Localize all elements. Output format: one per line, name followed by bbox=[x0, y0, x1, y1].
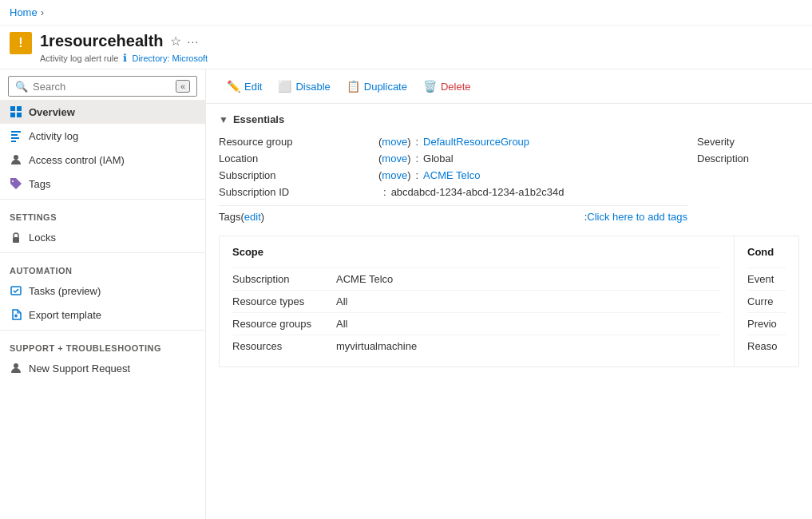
tags-icon bbox=[10, 177, 22, 190]
essentials-row-location: Location ( move ) : Global bbox=[219, 150, 687, 167]
sidebar-item-locks[interactable]: Locks bbox=[0, 225, 205, 249]
toolbar: ✏️ Edit ⬜ Disable 📋 Duplicate 🗑️ Delete bbox=[206, 69, 812, 104]
subscription-id-value: abcdabcd-1234-abcd-1234-a1b2c34d bbox=[391, 186, 564, 198]
essentials-content: Resource group ( move ) : DefaultResourc… bbox=[219, 133, 799, 226]
duplicate-icon: 📋 bbox=[347, 80, 360, 93]
duplicate-button[interactable]: 📋 Duplicate bbox=[339, 76, 415, 97]
sidebar-item-support-label: New Support Request bbox=[29, 363, 130, 374]
essentials-title: Essentials bbox=[233, 113, 284, 125]
collapse-button[interactable]: « bbox=[176, 80, 190, 93]
svg-point-11 bbox=[14, 363, 18, 368]
delete-button[interactable]: 🗑️ Delete bbox=[415, 76, 479, 97]
location-value: Global bbox=[423, 153, 454, 164]
svg-rect-2 bbox=[10, 113, 15, 117]
resource-group-close-paren: ) bbox=[407, 136, 410, 148]
condition-previous-label: Previo bbox=[747, 318, 798, 330]
access-control-icon bbox=[10, 153, 22, 166]
export-icon bbox=[10, 308, 22, 321]
scope-panel-title: Scope bbox=[232, 246, 721, 258]
scope-resource-groups-value: All bbox=[336, 318, 347, 330]
svg-point-8 bbox=[14, 155, 18, 160]
sidebar-item-support-request[interactable]: New Support Request bbox=[0, 356, 205, 380]
tags-edit-link[interactable]: edit bbox=[244, 211, 261, 223]
sidebar-item-export-template[interactable]: Export template bbox=[0, 303, 205, 327]
edit-button[interactable]: ✏️ Edit bbox=[219, 76, 270, 97]
sidebar-item-overview-label: Overview bbox=[29, 106, 75, 118]
location-move-link[interactable]: move bbox=[382, 153, 407, 164]
home-link[interactable]: Home bbox=[10, 6, 38, 18]
sidebar-item-tags[interactable]: Tags bbox=[0, 172, 205, 196]
essentials-left-col: Resource group ( move ) : DefaultResourc… bbox=[219, 133, 687, 226]
breadcrumb: Home › bbox=[0, 0, 812, 26]
svg-rect-4 bbox=[11, 131, 21, 133]
sidebar-item-access-control[interactable]: Access control (IAM) bbox=[0, 148, 205, 172]
tags-add-link[interactable]: Click here to add tags bbox=[587, 211, 687, 223]
scope-resource-types-row: Resource types All bbox=[232, 290, 721, 312]
resource-group-label: Resource group bbox=[219, 136, 378, 148]
info-icon[interactable]: ℹ bbox=[123, 52, 127, 64]
edit-icon: ✏️ bbox=[227, 80, 240, 93]
disable-button[interactable]: ⬜ Disable bbox=[270, 76, 338, 97]
scope-resource-groups-label: Resource groups bbox=[232, 318, 336, 330]
nav-divider-automation bbox=[0, 252, 205, 253]
overview-icon bbox=[10, 105, 22, 118]
subscription-id-label: Subscription ID bbox=[219, 186, 378, 198]
condition-event-label: Event bbox=[747, 273, 798, 285]
sidebar-item-tasks-label: Tasks (preview) bbox=[29, 285, 101, 297]
essentials-row-subscription-id: Subscription ID : abcdabcd-1234-abcd-123… bbox=[219, 184, 687, 200]
essentials-row-tags: Tags ( edit ) : Click here to add tags bbox=[219, 205, 687, 226]
resource-icon: ! bbox=[10, 32, 32, 54]
sidebar-item-locks-label: Locks bbox=[29, 232, 56, 244]
essentials-section: ▼ Essentials Resource group ( move ) : D… bbox=[206, 104, 812, 236]
breadcrumb-chevron: › bbox=[41, 6, 44, 18]
search-magnifier-icon: 🔍 bbox=[15, 81, 28, 93]
more-options-icon[interactable]: ··· bbox=[188, 35, 200, 48]
resource-group-value-link[interactable]: DefaultResourceGroup bbox=[423, 136, 529, 148]
delete-label: Delete bbox=[441, 81, 471, 93]
essentials-header[interactable]: ▼ Essentials bbox=[219, 113, 799, 125]
disable-icon: ⬜ bbox=[278, 80, 291, 93]
content-area: ✏️ Edit ⬜ Disable 📋 Duplicate 🗑️ Delete … bbox=[206, 69, 812, 519]
favorite-icon[interactable]: ☆ bbox=[170, 34, 181, 49]
sidebar-item-overview[interactable]: Overview bbox=[0, 100, 205, 124]
condition-current-row: Curre bbox=[747, 290, 786, 312]
subscription-value-link[interactable]: ACME Telco bbox=[423, 169, 480, 181]
essentials-right-col: Severity Description bbox=[687, 133, 799, 226]
resource-group-move-link[interactable]: move bbox=[382, 136, 407, 148]
sidebar: 🔍 « Overview Activity log Access control… bbox=[0, 69, 206, 519]
header-meta: Activity log alert rule ℹ Directory: Mic… bbox=[40, 52, 802, 64]
search-container: 🔍 « bbox=[8, 76, 197, 97]
svg-rect-6 bbox=[11, 137, 19, 139]
support-section-header: Support + troubleshooting bbox=[0, 334, 205, 356]
condition-reason-row: Reaso bbox=[747, 335, 786, 357]
scope-resources-label: Resources bbox=[232, 340, 336, 352]
essentials-row-subscription: Subscription ( move ) : ACME Telco bbox=[219, 167, 687, 184]
subscription-label: Subscription bbox=[219, 169, 378, 181]
description-label: Description bbox=[697, 153, 749, 164]
subtitle-text: Activity log alert rule bbox=[40, 53, 118, 63]
support-icon bbox=[10, 362, 22, 374]
scope-resource-types-value: All bbox=[336, 295, 347, 307]
nav-divider-support bbox=[0, 330, 205, 331]
sidebar-item-tasks[interactable]: Tasks (preview) bbox=[0, 279, 205, 303]
essentials-row-severity: Severity bbox=[697, 133, 799, 150]
essentials-row-resource-group: Resource group ( move ) : DefaultResourc… bbox=[219, 133, 687, 150]
severity-label: Severity bbox=[697, 136, 735, 148]
scope-resources-row: Resources myvirtualmachine bbox=[232, 335, 721, 357]
scope-panel: Scope Subscription ACME Telco Resource t… bbox=[220, 236, 735, 366]
scope-resource-types-label: Resource types bbox=[232, 295, 336, 307]
essentials-chevron-icon: ▼ bbox=[219, 114, 228, 125]
sidebar-item-activity-log[interactable]: Activity log bbox=[0, 124, 205, 148]
edit-label: Edit bbox=[244, 81, 262, 93]
main-layout: 🔍 « Overview Activity log Access control… bbox=[0, 69, 812, 519]
condition-panel: Cond Event Curre Previo Reaso bbox=[735, 236, 798, 366]
page-header: ! 1resourcehealth ☆ ··· Activity log ale… bbox=[0, 26, 812, 69]
condition-event-row: Event bbox=[747, 267, 786, 290]
scope-resource-groups-row: Resource groups All bbox=[232, 312, 721, 335]
tags-label: Tags bbox=[219, 211, 240, 223]
svg-rect-0 bbox=[10, 106, 15, 111]
search-input[interactable] bbox=[33, 81, 176, 93]
subscription-move-link[interactable]: move bbox=[382, 169, 407, 181]
directory-link[interactable]: Directory: Microsoft bbox=[132, 53, 208, 63]
essentials-row-description: Description bbox=[697, 150, 799, 167]
